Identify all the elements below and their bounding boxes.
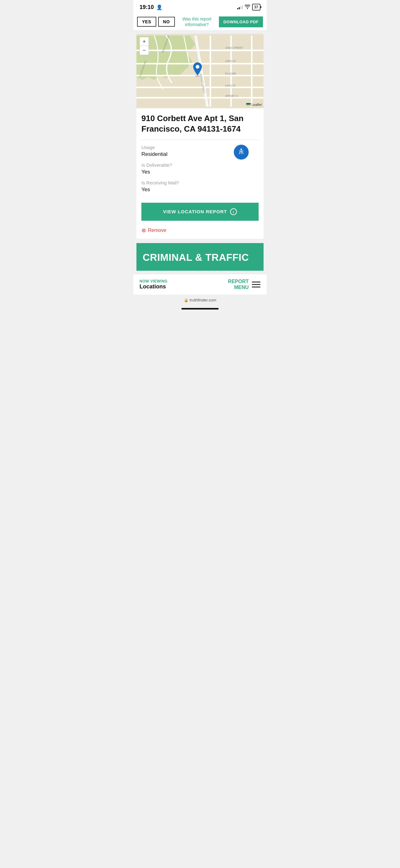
svg-text:23RD ST: 23RD ST	[225, 60, 236, 63]
report-menu[interactable]: REPORT MENU	[228, 278, 261, 290]
view-report-label: VIEW LOCATION REPORT	[163, 209, 227, 214]
informative-question: Was this report informative?	[178, 16, 216, 27]
battery-indicator: 37	[252, 4, 261, 10]
criminal-section: CRIMINAL & TRAFFIC	[136, 243, 264, 271]
address-divider	[141, 140, 259, 140]
svg-point-18	[196, 65, 199, 69]
signal-strength	[237, 5, 243, 9]
receiving-mail-label: Is Receiving Mail?	[141, 180, 259, 185]
deliverable-group: Is Deliverable? Yes	[141, 162, 259, 175]
hamburger-line-3	[252, 286, 261, 287]
accessibility-button[interactable]	[234, 145, 249, 160]
address-title: 910 Corbett Ave Apt 1, San Francisco, CA…	[141, 113, 259, 134]
action-bar: YES NO Was this report informative? DOWN…	[133, 13, 267, 31]
home-indicator	[133, 306, 267, 312]
now-viewing: NOW VIEWING Locations	[139, 279, 228, 290]
svg-point-19	[241, 148, 242, 150]
bottom-nav: NOW VIEWING Locations REPORT MENU	[133, 274, 267, 294]
svg-text:JERSEY S: JERSEY S	[225, 94, 238, 97]
download-pdf-button[interactable]: DOWNLOAD PDF	[219, 17, 263, 27]
remove-row[interactable]: ⊗ Remove	[136, 224, 264, 239]
now-viewing-label: NOW VIEWING	[139, 279, 228, 283]
svg-text:22ND STREET: 22ND STREET	[225, 46, 243, 50]
leaflet-text: Leaflet	[252, 103, 262, 106]
browser-bar: 🔒 truthfinder.com	[133, 294, 267, 306]
deliverable-value: Yes	[141, 169, 259, 175]
receiving-mail-group: Is Receiving Mail? Yes	[141, 180, 259, 193]
no-button[interactable]: NO	[158, 17, 175, 27]
yes-no-group: YES NO	[137, 17, 175, 27]
remove-icon: ⊗	[141, 227, 146, 234]
wifi-icon	[245, 5, 250, 10]
main-content: 22ND STREET 23RD ST ELIZABE 24TH ST JERS…	[133, 31, 267, 274]
svg-text:ELIZABE: ELIZABE	[225, 72, 236, 75]
now-viewing-value: Locations	[139, 283, 228, 290]
status-bar: 19:10 👤 37	[133, 0, 267, 13]
deliverable-label: Is Deliverable?	[141, 162, 259, 168]
map-container[interactable]: 22ND STREET 23RD ST ELIZABE 24TH ST JERS…	[136, 34, 264, 108]
hamburger-line-1	[252, 282, 261, 282]
yes-button[interactable]: YES	[137, 17, 156, 27]
zoom-in-button[interactable]: +	[140, 37, 148, 46]
leaflet-badge: Leaflet	[246, 103, 262, 106]
remove-text[interactable]: Remove	[148, 227, 167, 233]
home-bar	[181, 308, 219, 310]
url-text: truthfinder.com	[190, 298, 216, 302]
view-location-report-button[interactable]: VIEW LOCATION REPORT ›	[141, 203, 259, 221]
criminal-title: CRIMINAL & TRAFFIC	[143, 252, 257, 263]
hamburger-line-2	[252, 284, 261, 285]
status-time: 19:10	[139, 4, 154, 10]
info-content-wrapper: Usage Residential Is Deliverable? Yes	[141, 145, 259, 193]
location-card: 22ND STREET 23RD ST ELIZABE 24TH ST JERS…	[136, 34, 264, 239]
receiving-mail-value: Yes	[141, 187, 259, 193]
lock-icon: 🔒	[184, 298, 189, 302]
zoom-out-button[interactable]: −	[140, 46, 148, 55]
map-pin	[192, 62, 203, 78]
hamburger-icon[interactable]	[252, 282, 261, 287]
map-zoom-controls[interactable]: + −	[139, 37, 149, 55]
browser-url: 🔒 truthfinder.com	[139, 298, 261, 302]
address-section: 910 Corbett Ave Apt 1, San Francisco, CA…	[136, 108, 264, 200]
ukraine-flag	[246, 103, 251, 106]
report-menu-text: REPORT MENU	[228, 278, 249, 290]
report-btn-icon: ›	[230, 208, 237, 215]
svg-text:24TH ST: 24TH ST	[225, 84, 236, 87]
person-icon: 👤	[156, 4, 163, 10]
status-icons: 37	[237, 4, 261, 10]
